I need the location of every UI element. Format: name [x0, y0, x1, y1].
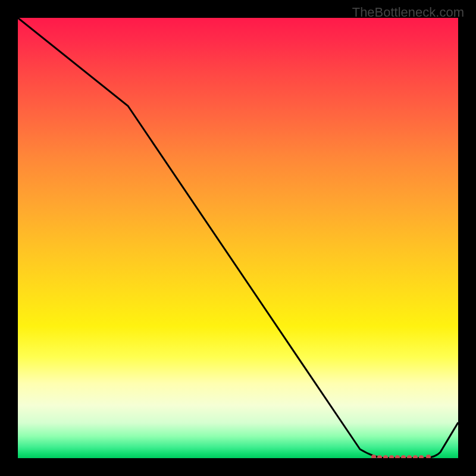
curve-svg	[18, 18, 458, 458]
svg-point-8	[419, 455, 424, 458]
main-curve	[18, 18, 458, 458]
chart-container: TheBottleneck.com	[0, 0, 476, 476]
svg-point-4	[395, 455, 400, 458]
svg-point-3	[389, 455, 394, 458]
svg-point-1	[377, 455, 382, 458]
svg-point-9	[426, 455, 431, 458]
plot-area	[18, 18, 458, 458]
watermark-text: TheBottleneck.com	[352, 5, 464, 20]
svg-point-6	[407, 455, 412, 458]
svg-point-2	[383, 455, 388, 458]
svg-point-7	[413, 455, 418, 458]
svg-point-5	[401, 455, 406, 458]
